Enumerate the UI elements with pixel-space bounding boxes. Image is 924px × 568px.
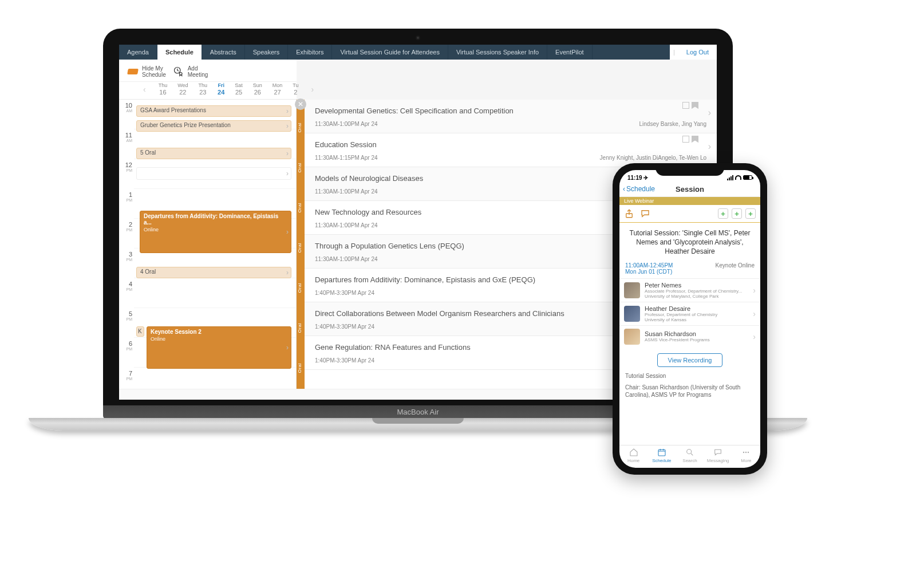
add-note-button[interactable]: ＋ xyxy=(732,208,742,219)
avatar xyxy=(624,282,640,298)
speaker-org: University of Kansas xyxy=(645,317,748,322)
battery-icon xyxy=(743,175,752,180)
session-location: Keynote Online xyxy=(716,262,755,275)
track-tag: Oral xyxy=(297,243,302,253)
nav-tab-eventpilot[interactable]: EventPilot xyxy=(547,45,593,60)
track-tag: Oral xyxy=(297,283,302,293)
tab-search[interactable]: Search xyxy=(676,448,704,463)
back-button[interactable]: ‹ Schedule xyxy=(619,185,655,193)
track-tag: Oral xyxy=(297,323,302,333)
session-speakers: Lindsey Barske, Jing Yang xyxy=(639,121,706,127)
session-time: 11:30AM-1:00PM Apr 24 xyxy=(315,256,378,262)
session-time-link[interactable]: 11:00AM-12:45PMMon Jun 01 (CDT) xyxy=(625,262,673,275)
status-time: 11:19 ✈ xyxy=(627,175,648,181)
phone-app: 11:19 ✈ ‹ Schedule Session Live Webinar xyxy=(619,170,760,468)
bookmark-icon xyxy=(692,136,698,143)
tab-home[interactable]: Home xyxy=(619,448,647,463)
svg-point-6 xyxy=(745,452,747,453)
speaker-row[interactable]: Susan Richardson ASMS Vice-President Pro… xyxy=(619,325,760,348)
svg-point-5 xyxy=(743,452,744,453)
track-tag: Oral xyxy=(297,363,302,373)
phone-device: 11:19 ✈ ‹ Schedule Session Live Webinar xyxy=(613,163,767,475)
hour-gutter: 10AM 11AM 12PM 1PM 2PM 3PM 4PM 5PM 6PM 7… xyxy=(119,100,134,389)
speaker-name: Heather Desaire xyxy=(645,305,748,312)
chevron-right-icon xyxy=(286,344,289,352)
tab-label: Search xyxy=(682,458,697,463)
svg-rect-3 xyxy=(658,449,665,456)
speaker-row[interactable]: Heather Desaire Professor, Department of… xyxy=(619,302,760,325)
phone-nav-bar: ‹ Schedule Session xyxy=(619,183,760,197)
session-title: Developmental Genetics: Cell Specificati… xyxy=(315,107,706,115)
tab-more[interactable]: More xyxy=(732,448,760,463)
chevron-right-icon xyxy=(753,286,756,295)
svg-point-4 xyxy=(687,449,692,454)
nav-tab-schedule[interactable]: Schedule xyxy=(157,45,202,60)
session-time: 1:40PM-3:30PM Apr 24 xyxy=(315,290,374,296)
signal-icon xyxy=(727,175,733,180)
track-tag: Oral xyxy=(297,203,302,212)
phone-notch xyxy=(656,163,724,176)
event-5-oral[interactable]: 5 Oral xyxy=(136,148,291,159)
tab-label: Messaging xyxy=(707,458,729,463)
event-gsa-awards[interactable]: GSA Award Presentations xyxy=(136,105,291,117)
session-row[interactable]: Education Session 11:30AM-1:15PM Apr 24J… xyxy=(305,133,717,167)
nav-tab-exhibitors[interactable]: Exhibitors xyxy=(288,45,332,60)
session-title: Education Session xyxy=(315,140,706,149)
calendar-grid[interactable]: GSA Award Presentations Gruber Genetics … xyxy=(134,100,296,389)
nav-tab-agenda[interactable]: Agenda xyxy=(119,45,157,60)
view-recording-button[interactable]: View Recording xyxy=(657,353,723,367)
day-calendar: 10AM 11AM 12PM 1PM 2PM 3PM 4PM 5PM 6PM 7… xyxy=(119,100,297,389)
nav-tab-speakers[interactable]: Speakers xyxy=(245,45,288,60)
event-gruber-prize[interactable]: Gruber Genetics Prize Presentation xyxy=(136,120,291,132)
session-time: 1:40PM-3:30PM Apr 24 xyxy=(315,324,374,330)
tab-messaging[interactable]: Messaging xyxy=(704,448,732,463)
calendar-icon xyxy=(657,448,667,457)
track-gutter: ✕ Oral Oral Oral Oral Oral Oral Oral xyxy=(297,100,305,389)
session-title: Tutorial Session: 'Single Cell MS', Pete… xyxy=(619,223,760,262)
event-departures-additivity[interactable]: Departures from Additivity: Dominance, E… xyxy=(140,211,291,253)
calendar-added-icon xyxy=(682,102,689,109)
comment-icon[interactable] xyxy=(640,208,650,219)
action-bar: ＋ ＋ ＋ xyxy=(619,205,760,223)
close-track-button[interactable]: ✕ xyxy=(295,98,306,110)
session-time: 1:40PM-3:30PM Apr 24 xyxy=(315,357,374,364)
event-4-oral[interactable]: 4 Oral xyxy=(136,267,291,278)
speaker-role: ASMS Vice-President Programs xyxy=(645,337,748,342)
calendar-added-icon xyxy=(682,136,689,143)
logout-link[interactable]: Log Out xyxy=(678,49,717,56)
event-keynote-2[interactable]: Keynote Session 2 Online xyxy=(147,326,291,369)
chevron-right-icon xyxy=(286,122,289,130)
add-bookmark-button[interactable]: ＋ xyxy=(745,208,756,219)
chevron-right-icon xyxy=(708,108,711,118)
session-speakers: Jenny Knight, Justin DiAngelo, Te-Wen Lo xyxy=(600,155,706,161)
share-icon[interactable] xyxy=(624,208,634,219)
add-to-calendar-button[interactable]: ＋ xyxy=(718,208,728,219)
avatar xyxy=(624,306,640,322)
live-webinar-banner: Live Webinar xyxy=(619,197,760,205)
row-status-icons xyxy=(682,102,698,109)
session-time: 11:30AM-1:00PM Apr 24 xyxy=(315,188,378,195)
chevron-right-icon xyxy=(286,228,289,236)
event-empty-row[interactable] xyxy=(136,167,291,180)
chevron-right-icon xyxy=(753,309,756,318)
speaker-name: Susan Richardson xyxy=(645,330,748,337)
session-row[interactable]: Developmental Genetics: Cell Specificati… xyxy=(305,100,717,133)
chevron-right-icon xyxy=(286,169,289,178)
nav-tab-virtual-guide[interactable]: Virtual Session Guide for Attendees xyxy=(332,45,448,60)
nav-tab-abstracts[interactable]: Abstracts xyxy=(202,45,245,60)
speaker-name: Peter Nemes xyxy=(645,282,748,289)
speaker-role: Professor, Department of Chemistry xyxy=(645,312,748,317)
speaker-row[interactable]: Peter Nemes Associate Professor, Departm… xyxy=(619,278,760,302)
phone-bezel: 11:19 ✈ ‹ Schedule Session Live Webinar xyxy=(613,163,767,475)
event-k[interactable]: K xyxy=(136,326,144,337)
search-icon xyxy=(685,448,695,457)
bookmark-icon xyxy=(692,102,698,109)
tab-schedule[interactable]: Schedule xyxy=(647,448,676,463)
track-tag: Oral xyxy=(297,123,302,132)
svg-point-7 xyxy=(748,452,749,453)
session-type-label: Tutorial Session xyxy=(619,373,760,381)
separator: | xyxy=(670,49,678,56)
phone-tabbar: Home Schedule Search Messaging More xyxy=(619,445,760,468)
row-status-icons xyxy=(682,136,698,143)
nav-tab-virtual-speaker-info[interactable]: Virtual Sessions Speaker Info xyxy=(448,45,547,60)
